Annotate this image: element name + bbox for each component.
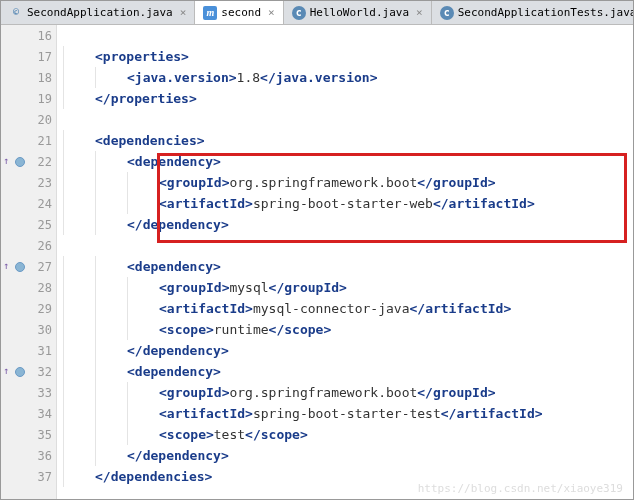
line-number: 31 xyxy=(38,344,52,358)
code-line: <scope>test</scope> xyxy=(63,424,627,445)
code-line: </properties> xyxy=(63,88,627,109)
line-number: 37 xyxy=(38,470,52,484)
line-gutter: 16 17 18 19 20 21 ↑22 23 24 25 26 ↑27 28… xyxy=(1,25,57,499)
line-number: 33 xyxy=(38,386,52,400)
line-number: 26 xyxy=(38,239,52,253)
status-marker-icon[interactable] xyxy=(15,262,25,272)
code-line: <artifactId>spring-boot-starter-test</ar… xyxy=(63,403,627,424)
tab-second[interactable]: msecond× xyxy=(195,1,283,24)
code-line: <dependency> xyxy=(63,256,627,277)
tab-label: SecondApplicationTests.java xyxy=(458,6,634,19)
line-number: 23 xyxy=(38,176,52,190)
close-icon[interactable]: × xyxy=(268,6,275,19)
code-line: <properties> xyxy=(63,46,627,67)
code-line: <dependency> xyxy=(63,361,627,382)
code-line xyxy=(63,235,627,256)
line-number: 32 xyxy=(38,365,52,379)
tab-helloworld[interactable]: cHelloWorld.java× xyxy=(284,1,432,24)
line-number: 35 xyxy=(38,428,52,442)
code-line: <groupId>org.springframework.boot</group… xyxy=(63,172,627,193)
code-line: <groupId>mysql</groupId> xyxy=(63,277,627,298)
code-line: <dependency> xyxy=(63,151,627,172)
line-number: 19 xyxy=(38,92,52,106)
code-editor[interactable]: 16 17 18 19 20 21 ↑22 23 24 25 26 ↑27 28… xyxy=(1,25,633,499)
tab-secondapplication[interactable]: ©SecondApplication.java× xyxy=(1,1,195,24)
class-icon: c xyxy=(292,6,306,20)
code-line: <dependencies> xyxy=(63,130,627,151)
code-line: <java.version>1.8</java.version> xyxy=(63,67,627,88)
code-line: </dependency> xyxy=(63,214,627,235)
line-number: 28 xyxy=(38,281,52,295)
line-number: 16 xyxy=(38,29,52,43)
line-number: 17 xyxy=(38,50,52,64)
java-icon: © xyxy=(9,6,23,20)
line-number: 21 xyxy=(38,134,52,148)
line-number: 18 xyxy=(38,71,52,85)
line-number: 25 xyxy=(38,218,52,232)
code-line xyxy=(63,25,627,46)
line-number: 22 xyxy=(38,155,52,169)
tab-label: SecondApplication.java xyxy=(27,6,173,19)
tab-label: HelloWorld.java xyxy=(310,6,409,19)
maven-icon: m xyxy=(203,6,217,20)
line-number: 24 xyxy=(38,197,52,211)
line-number: 30 xyxy=(38,323,52,337)
code-line: </dependencies> xyxy=(63,466,627,487)
tab-label: second xyxy=(221,6,261,19)
code-area[interactable]: <properties> <java.version>1.8</java.ver… xyxy=(57,25,633,499)
line-number: 20 xyxy=(38,113,52,127)
code-line: <scope>runtime</scope> xyxy=(63,319,627,340)
class-icon: c xyxy=(440,6,454,20)
line-number: 29 xyxy=(38,302,52,316)
line-number: 34 xyxy=(38,407,52,421)
code-line: <artifactId>spring-boot-starter-web</art… xyxy=(63,193,627,214)
close-icon[interactable]: × xyxy=(416,6,423,19)
line-number: 36 xyxy=(38,449,52,463)
code-line: </dependency> xyxy=(63,445,627,466)
line-number: 27 xyxy=(38,260,52,274)
editor-tabs: ©SecondApplication.java× msecond× cHello… xyxy=(1,1,633,25)
code-line: </dependency> xyxy=(63,340,627,361)
code-line: <artifactId>mysql-connector-java</artifa… xyxy=(63,298,627,319)
status-marker-icon[interactable] xyxy=(15,157,25,167)
code-line: <groupId>org.springframework.boot</group… xyxy=(63,382,627,403)
close-icon[interactable]: × xyxy=(180,6,187,19)
tab-tests[interactable]: cSecondApplicationTests.java× xyxy=(432,1,634,24)
status-marker-icon[interactable] xyxy=(15,367,25,377)
code-line xyxy=(63,109,627,130)
